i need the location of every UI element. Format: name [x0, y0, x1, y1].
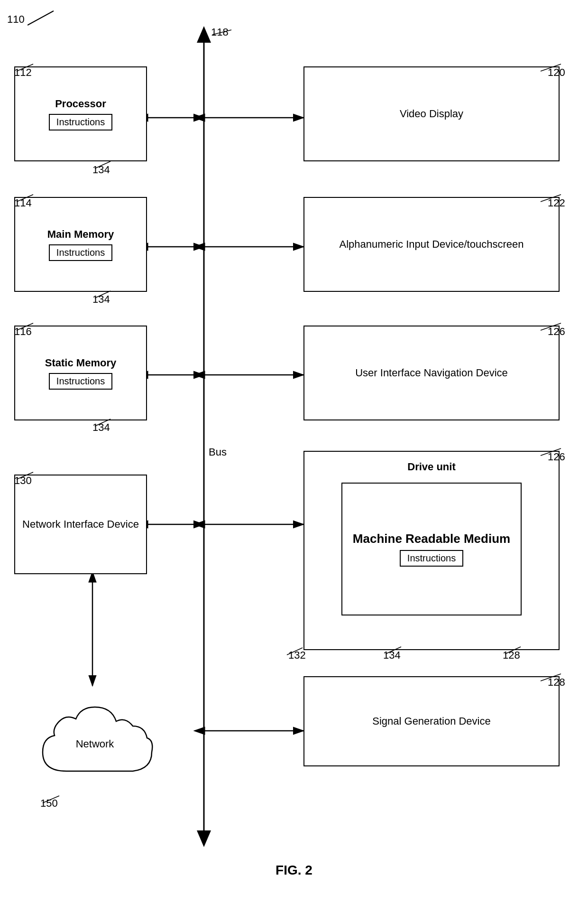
svg-line-35 — [541, 674, 561, 681]
signal-gen-box: Signal Generation Device — [303, 676, 560, 766]
svg-line-25 — [17, 472, 33, 479]
drive-unit-title: Drive unit — [407, 460, 455, 474]
ref-128b-arrow — [503, 644, 524, 656]
ref-122-arrow — [538, 192, 564, 204]
static-memory-box: Static Memory Instructions — [14, 326, 147, 420]
video-display-title: Video Display — [400, 107, 463, 121]
svg-line-22 — [95, 291, 110, 298]
ref-130-arrow — [14, 470, 36, 482]
alphanumeric-title: Alphanumeric Input Device/touchscreen — [340, 237, 524, 252]
main-memory-title: Main Memory — [47, 228, 114, 242]
drive-unit-box: Drive unit Machine Readable Medium Instr… — [303, 451, 560, 650]
ref-126-arrow — [538, 321, 564, 333]
network-cloud-container: Network — [28, 686, 161, 795]
ref-116-arrow — [14, 321, 36, 333]
ui-nav-box: User Interface Navigation Device — [303, 326, 560, 420]
svg-line-21 — [17, 195, 33, 202]
svg-marker-6 — [197, 830, 211, 847]
ref-128-arrow — [538, 671, 564, 683]
ref-126b-arrow — [538, 446, 564, 458]
ref-134-mm-arrow — [92, 289, 114, 300]
ref-134-sm-arrow — [92, 417, 114, 429]
static-memory-inner: Instructions — [49, 373, 112, 390]
bus-label: Bus — [209, 446, 227, 458]
ref-134-drive-arrow — [383, 644, 404, 656]
processor-box: Processor Instructions — [14, 66, 147, 161]
figure-label: FIG. 2 — [0, 863, 588, 878]
svg-line-32 — [287, 648, 303, 655]
ref-112-arrow — [14, 62, 36, 74]
ref-150-arrow — [40, 793, 62, 805]
svg-line-24 — [95, 419, 110, 426]
main-memory-box: Main Memory Instructions — [14, 197, 147, 292]
svg-line-31 — [541, 448, 561, 456]
svg-line-27 — [43, 796, 59, 803]
ref-110: 110 — [7, 13, 25, 26]
processor-inner: Instructions — [49, 114, 112, 130]
network-cloud-svg: Network — [28, 686, 161, 795]
svg-line-20 — [95, 161, 110, 168]
ref-118-arrow — [209, 26, 237, 43]
ui-nav-title: User Interface Navigation Device — [355, 366, 508, 381]
machine-readable-title: Machine Readable Medium — [353, 531, 510, 547]
svg-text:Network: Network — [76, 738, 115, 750]
network-interface-box: Network Interface Device — [14, 475, 147, 574]
video-display-box: Video Display — [303, 66, 560, 161]
ref-110-arrow — [28, 9, 56, 28]
svg-line-30 — [541, 323, 561, 330]
machine-readable-box: Machine Readable Medium Instructions — [341, 483, 522, 615]
svg-line-33 — [386, 647, 401, 654]
machine-readable-inner: Instructions — [400, 550, 463, 567]
svg-line-28 — [541, 64, 561, 71]
ref-120-arrow — [538, 62, 564, 74]
static-memory-title: Static Memory — [45, 356, 116, 370]
ref-134-proc-arrow — [92, 159, 114, 171]
ref-114-arrow — [14, 192, 36, 204]
signal-gen-title: Signal Generation Device — [372, 714, 490, 729]
alphanumeric-box: Alphanumeric Input Device/touchscreen — [303, 197, 560, 292]
processor-title: Processor — [55, 97, 106, 111]
svg-line-23 — [17, 323, 33, 330]
network-interface-title: Network Interface Device — [22, 517, 139, 532]
svg-line-34 — [505, 647, 521, 654]
svg-line-18 — [212, 30, 231, 35]
svg-line-17 — [28, 11, 54, 25]
ref-132-arrow — [285, 645, 306, 657]
diagram: 110 Bus 118 Processor Instructions 112 1… — [0, 0, 588, 904]
main-memory-inner: Instructions — [49, 244, 112, 261]
svg-line-19 — [17, 64, 33, 71]
svg-line-29 — [541, 195, 561, 202]
